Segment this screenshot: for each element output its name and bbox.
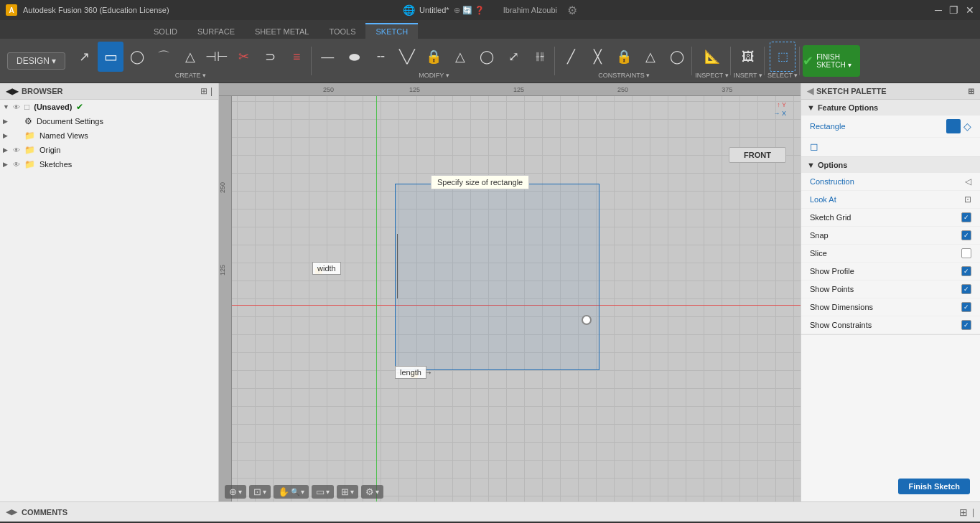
slice-row[interactable]: Slice <box>801 245 980 263</box>
expand-named-views[interactable]: ▶ <box>3 132 11 139</box>
ellipse-tool[interactable]: ⬬ <box>341 42 367 72</box>
constrain1[interactable]: ╱ <box>558 42 584 72</box>
design-button[interactable]: DESIGN ▾ <box>7 52 65 70</box>
rectangle-label[interactable]: Rectangle <box>810 122 846 131</box>
pattern-tool[interactable]: ⤢ <box>500 42 526 72</box>
tab-sketch[interactable]: SKETCH <box>365 23 418 39</box>
show-profile-checkbox[interactable]: ✓ <box>961 266 971 276</box>
polygon-tool[interactable]: △ <box>177 42 203 72</box>
insert-image[interactable]: 🖼 <box>735 42 761 72</box>
project-tool[interactable]: ⊃ <box>257 42 283 72</box>
sketch-grid-row[interactable]: Sketch Grid ✓ <box>801 209 980 227</box>
fit-tool[interactable]: ╌ <box>368 42 393 72</box>
look-at-label[interactable]: Look At <box>810 195 836 204</box>
settings-dropdown[interactable]: ▾ <box>375 488 379 496</box>
browser-item-root[interactable]: ▼ 👁 □ (Unsaved) ✔ <box>0 100 218 114</box>
diamond-icon[interactable]: ◇ <box>963 121 971 132</box>
show-dimensions-label[interactable]: Show Dimensions <box>810 303 873 311</box>
settings-view[interactable]: ⚙ <box>365 486 374 497</box>
window-controls[interactable]: ─ ❐ ✕ <box>935 4 974 16</box>
snap-checkbox[interactable]: ✓ <box>961 230 971 240</box>
browser-item-sketches[interactable]: ▶ 👁 📁 Sketches <box>0 157 218 171</box>
show-points-label[interactable]: Show Points <box>810 285 854 293</box>
show-dimensions-row[interactable]: Show Dimensions ✓ <box>801 298 980 316</box>
construction-label[interactable]: Construction <box>810 177 854 186</box>
expand-root[interactable]: ▼ <box>3 103 11 110</box>
show-points-row[interactable]: Show Points ✓ <box>801 281 980 298</box>
view-label[interactable]: FRONT <box>729 147 786 163</box>
options-title[interactable]: ▼ Options <box>801 157 980 173</box>
browser-expand[interactable]: ⊞ <box>200 86 207 96</box>
construct-line[interactable]: — <box>314 42 340 72</box>
sketch-grid-checkbox[interactable]: ✓ <box>961 212 971 222</box>
eye-origin[interactable]: 👁 <box>13 146 23 154</box>
mirror2-tool[interactable]: ⫲⫳ <box>527 42 553 72</box>
finish-sketch-button[interactable]: Finish Sketch <box>898 479 970 494</box>
canvas-area[interactable]: 250 125 125 250 375 250 125 Specify size… <box>219 83 801 501</box>
tab-surface[interactable]: SURFACE <box>187 24 245 39</box>
display-mode[interactable]: ▭ <box>316 486 325 497</box>
show-dimensions-checkbox[interactable]: ✓ <box>961 302 971 312</box>
eye-root[interactable]: 👁 <box>13 103 23 111</box>
mirror-tool[interactable]: ⊣⊢ <box>204 42 230 72</box>
construction-row[interactable]: Construction ◁ <box>801 173 980 191</box>
offset-tool[interactable]: ◯ <box>474 42 500 72</box>
expand-sketches[interactable]: ▶ <box>3 161 11 168</box>
chamfer-tool[interactable]: △ <box>447 42 473 72</box>
close-btn[interactable]: ✕ <box>966 4 974 16</box>
sketch-grid-label[interactable]: Sketch Grid <box>810 213 851 222</box>
orbit-dropdown[interactable]: ▾ <box>238 488 242 496</box>
constrain4[interactable]: △ <box>638 42 663 72</box>
circle-tool[interactable]: ◯ <box>124 42 150 72</box>
browser-item-doc-settings[interactable]: ▶ 👁 ⚙ Document Settings <box>0 114 218 128</box>
snap-row[interactable]: Snap ✓ <box>801 227 980 245</box>
orbit-tool[interactable]: ⊕ <box>229 486 237 497</box>
browser-item-origin[interactable]: ▶ 👁 📁 Origin <box>0 143 218 157</box>
extend-tool[interactable]: ╲╱ <box>394 42 420 72</box>
slice-checkbox[interactable] <box>961 248 971 258</box>
finish-sketch-toolbar[interactable]: ✔ FINISH SKETCH ▾ <box>803 45 860 77</box>
line-tool[interactable]: ↗ <box>71 42 97 72</box>
browser-item-named-views[interactable]: ▶ 👁 📁 Named Views <box>0 128 218 143</box>
pan-tool[interactable]: ✋ <box>278 486 289 497</box>
grid-dropdown[interactable]: ▾ <box>350 488 354 496</box>
show-constraints-label[interactable]: Show Constraints <box>810 321 872 329</box>
slice-label[interactable]: Slice <box>810 249 827 258</box>
constrain2[interactable]: ╳ <box>584 42 610 72</box>
show-constraints-row[interactable]: Show Constraints ✓ <box>801 316 980 334</box>
display-dropdown[interactable]: ▾ <box>326 488 330 496</box>
grid-view[interactable]: ⊞ <box>341 486 349 497</box>
small-rect-icon[interactable]: ◻ <box>810 141 818 152</box>
show-points-checkbox[interactable]: ✓ <box>961 284 971 294</box>
break-tool[interactable]: 🔒 <box>421 42 447 72</box>
select-tool[interactable]: ⬚ <box>770 42 795 72</box>
expand-origin[interactable]: ▶ <box>3 146 11 154</box>
maximize-btn[interactable]: ❐ <box>949 4 958 16</box>
measure-tool[interactable]: 📐 <box>699 42 725 72</box>
show-constraints-checkbox[interactable]: ✓ <box>961 320 971 330</box>
snap-label[interactable]: Snap <box>810 231 829 240</box>
zoom-dropdown[interactable]: ▾ <box>301 488 304 496</box>
look-at-row[interactable]: Look At ⊡ <box>801 191 980 209</box>
eye-sketches[interactable]: 👁 <box>13 161 23 169</box>
show-profile-row[interactable]: Show Profile ✓ <box>801 263 980 281</box>
constrain5[interactable]: ◯ <box>664 42 690 72</box>
browser-collapse[interactable]: | <box>210 86 213 96</box>
rectangle-tool[interactable]: ▭ <box>98 42 123 72</box>
comments-collapse[interactable]: | <box>972 507 974 517</box>
expand-doc[interactable]: ▶ <box>3 118 11 125</box>
fit-dropdown[interactable]: ▾ <box>263 488 266 496</box>
minimize-btn[interactable]: ─ <box>935 4 942 16</box>
comments-add[interactable]: ⊞ <box>959 506 968 518</box>
hatch-tool[interactable]: ≡ <box>284 42 309 72</box>
show-profile-label[interactable]: Show Profile <box>810 267 854 275</box>
tab-sheet-metal[interactable]: SHEET METAL <box>245 24 319 39</box>
feature-options-title[interactable]: ▼ Feature Options <box>801 100 980 116</box>
trim-tool[interactable]: ✂ <box>230 42 256 72</box>
length-label[interactable]: length <box>395 366 426 379</box>
tab-tools[interactable]: TOOLS <box>319 24 365 39</box>
rect-icon-filled[interactable] <box>946 119 961 133</box>
constrain3[interactable]: 🔒 <box>611 42 637 72</box>
fit-screen-tool[interactable]: ⊡ <box>253 486 261 497</box>
zoom-tool[interactable]: 🔍 <box>291 488 299 496</box>
